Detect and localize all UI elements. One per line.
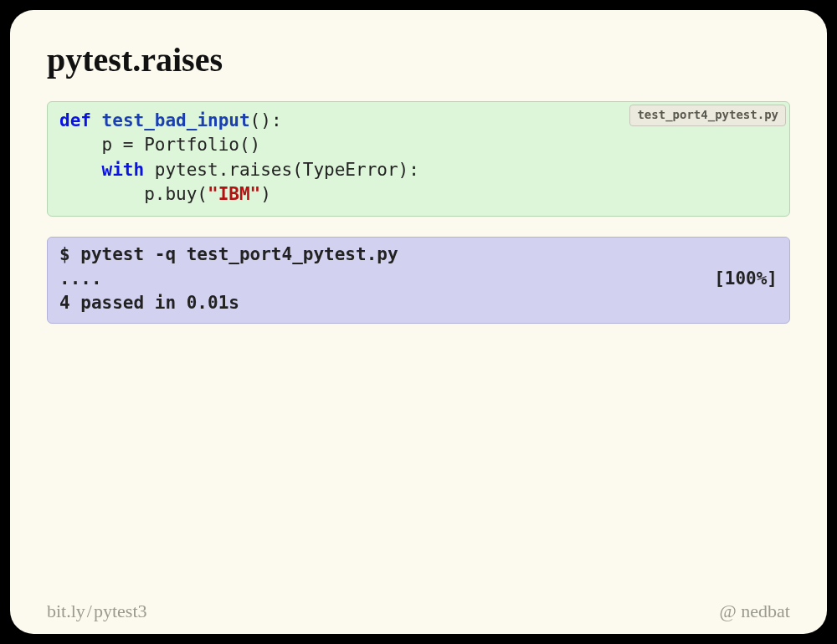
keyword-with: with — [102, 160, 145, 180]
footer-separator: / — [87, 601, 92, 621]
string-literal: "IBM" — [208, 184, 260, 204]
code-text: ) — [260, 184, 271, 204]
code-block: test_port4_pytest.py def test_bad_input(… — [47, 101, 790, 217]
shell-result: 4 passed in 0.01s — [59, 291, 778, 315]
shell-block: $ pytest -q test_port4_pytest.py .... [1… — [47, 237, 790, 324]
file-tag: test_port4_pytest.py — [629, 105, 786, 126]
footer-left: bit.ly/pytest3 — [47, 601, 147, 622]
code-text: (): — [250, 110, 282, 130]
footer-handle: nedbat — [741, 601, 790, 621]
keyword-def: def — [59, 110, 91, 130]
code-text: pytest.raises(TypeError): — [144, 160, 419, 180]
slide-title: pytest.raises — [47, 40, 790, 79]
slide: pytest.raises test_port4_pytest.py def t… — [10, 10, 827, 634]
footer-left-prefix: bit.ly — [47, 601, 85, 621]
footer-left-suffix: pytest3 — [94, 601, 147, 621]
footer-at: @ — [720, 601, 737, 621]
footer-right: @ nedbat — [720, 601, 790, 622]
shell-command: $ pytest -q test_port4_pytest.py — [59, 243, 778, 267]
code-text: p.buy( — [59, 184, 208, 204]
footer: bit.ly/pytest3 @ nedbat — [47, 601, 790, 622]
shell-percent: [100%] — [714, 267, 778, 291]
function-name: test_bad_input — [102, 110, 250, 130]
code-line: p = Portfolio() — [59, 135, 260, 155]
shell-dots: .... — [59, 267, 102, 291]
shell-progress-line: .... [100%] — [59, 267, 778, 291]
